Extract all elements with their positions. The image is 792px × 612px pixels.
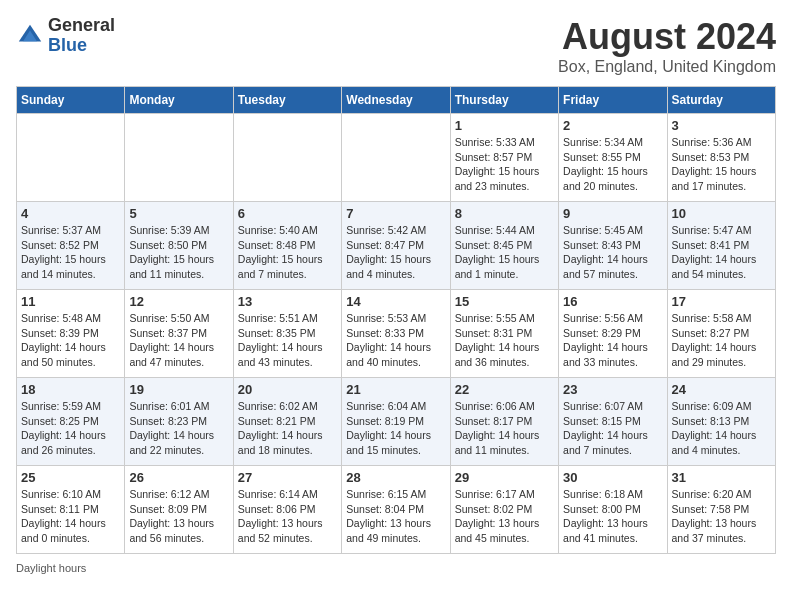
day-number: 27 bbox=[238, 470, 337, 485]
logo-icon bbox=[16, 22, 44, 50]
day-number: 23 bbox=[563, 382, 662, 397]
day-info: Sunrise: 5:34 AMSunset: 8:55 PMDaylight:… bbox=[563, 135, 662, 194]
week-row-3: 11Sunrise: 5:48 AMSunset: 8:39 PMDayligh… bbox=[17, 290, 776, 378]
calendar-cell: 19Sunrise: 6:01 AMSunset: 8:23 PMDayligh… bbox=[125, 378, 233, 466]
calendar-table: SundayMondayTuesdayWednesdayThursdayFrid… bbox=[16, 86, 776, 554]
logo-general-text: General bbox=[48, 16, 115, 36]
day-info: Sunrise: 5:33 AMSunset: 8:57 PMDaylight:… bbox=[455, 135, 554, 194]
day-info: Sunrise: 5:50 AMSunset: 8:37 PMDaylight:… bbox=[129, 311, 228, 370]
day-number: 29 bbox=[455, 470, 554, 485]
day-number: 17 bbox=[672, 294, 771, 309]
calendar-cell bbox=[342, 114, 450, 202]
day-info: Sunrise: 6:10 AMSunset: 8:11 PMDaylight:… bbox=[21, 487, 120, 546]
day-number: 7 bbox=[346, 206, 445, 221]
calendar-cell: 1Sunrise: 5:33 AMSunset: 8:57 PMDaylight… bbox=[450, 114, 558, 202]
week-row-1: 1Sunrise: 5:33 AMSunset: 8:57 PMDaylight… bbox=[17, 114, 776, 202]
calendar-cell: 23Sunrise: 6:07 AMSunset: 8:15 PMDayligh… bbox=[559, 378, 667, 466]
day-number: 14 bbox=[346, 294, 445, 309]
day-number: 9 bbox=[563, 206, 662, 221]
day-number: 8 bbox=[455, 206, 554, 221]
calendar-cell: 11Sunrise: 5:48 AMSunset: 8:39 PMDayligh… bbox=[17, 290, 125, 378]
day-info: Sunrise: 5:56 AMSunset: 8:29 PMDaylight:… bbox=[563, 311, 662, 370]
calendar-cell: 20Sunrise: 6:02 AMSunset: 8:21 PMDayligh… bbox=[233, 378, 341, 466]
calendar-cell: 27Sunrise: 6:14 AMSunset: 8:06 PMDayligh… bbox=[233, 466, 341, 554]
day-number: 4 bbox=[21, 206, 120, 221]
day-info: Sunrise: 6:12 AMSunset: 8:09 PMDaylight:… bbox=[129, 487, 228, 546]
day-number: 3 bbox=[672, 118, 771, 133]
column-header-friday: Friday bbox=[559, 87, 667, 114]
day-number: 13 bbox=[238, 294, 337, 309]
day-number: 24 bbox=[672, 382, 771, 397]
day-number: 19 bbox=[129, 382, 228, 397]
day-info: Sunrise: 5:39 AMSunset: 8:50 PMDaylight:… bbox=[129, 223, 228, 282]
day-info: Sunrise: 5:55 AMSunset: 8:31 PMDaylight:… bbox=[455, 311, 554, 370]
location-title: Box, England, United Kingdom bbox=[558, 58, 776, 76]
calendar-cell: 16Sunrise: 5:56 AMSunset: 8:29 PMDayligh… bbox=[559, 290, 667, 378]
day-number: 10 bbox=[672, 206, 771, 221]
column-header-thursday: Thursday bbox=[450, 87, 558, 114]
day-number: 18 bbox=[21, 382, 120, 397]
day-info: Sunrise: 6:07 AMSunset: 8:15 PMDaylight:… bbox=[563, 399, 662, 458]
calendar-cell: 15Sunrise: 5:55 AMSunset: 8:31 PMDayligh… bbox=[450, 290, 558, 378]
calendar-cell bbox=[17, 114, 125, 202]
day-number: 12 bbox=[129, 294, 228, 309]
calendar-cell: 18Sunrise: 5:59 AMSunset: 8:25 PMDayligh… bbox=[17, 378, 125, 466]
day-info: Sunrise: 6:14 AMSunset: 8:06 PMDaylight:… bbox=[238, 487, 337, 546]
day-info: Sunrise: 6:17 AMSunset: 8:02 PMDaylight:… bbox=[455, 487, 554, 546]
week-row-5: 25Sunrise: 6:10 AMSunset: 8:11 PMDayligh… bbox=[17, 466, 776, 554]
header-row: SundayMondayTuesdayWednesdayThursdayFrid… bbox=[17, 87, 776, 114]
calendar-cell: 29Sunrise: 6:17 AMSunset: 8:02 PMDayligh… bbox=[450, 466, 558, 554]
day-number: 31 bbox=[672, 470, 771, 485]
day-info: Sunrise: 5:42 AMSunset: 8:47 PMDaylight:… bbox=[346, 223, 445, 282]
footer-note: Daylight hours bbox=[16, 562, 776, 574]
day-info: Sunrise: 5:51 AMSunset: 8:35 PMDaylight:… bbox=[238, 311, 337, 370]
day-number: 11 bbox=[21, 294, 120, 309]
day-number: 26 bbox=[129, 470, 228, 485]
day-info: Sunrise: 5:48 AMSunset: 8:39 PMDaylight:… bbox=[21, 311, 120, 370]
calendar-cell: 21Sunrise: 6:04 AMSunset: 8:19 PMDayligh… bbox=[342, 378, 450, 466]
day-info: Sunrise: 5:53 AMSunset: 8:33 PMDaylight:… bbox=[346, 311, 445, 370]
calendar-cell: 24Sunrise: 6:09 AMSunset: 8:13 PMDayligh… bbox=[667, 378, 775, 466]
calendar-cell bbox=[233, 114, 341, 202]
day-number: 30 bbox=[563, 470, 662, 485]
day-number: 20 bbox=[238, 382, 337, 397]
day-info: Sunrise: 6:15 AMSunset: 8:04 PMDaylight:… bbox=[346, 487, 445, 546]
day-info: Sunrise: 6:02 AMSunset: 8:21 PMDaylight:… bbox=[238, 399, 337, 458]
calendar-cell: 8Sunrise: 5:44 AMSunset: 8:45 PMDaylight… bbox=[450, 202, 558, 290]
day-info: Sunrise: 5:47 AMSunset: 8:41 PMDaylight:… bbox=[672, 223, 771, 282]
column-header-sunday: Sunday bbox=[17, 87, 125, 114]
day-info: Sunrise: 5:44 AMSunset: 8:45 PMDaylight:… bbox=[455, 223, 554, 282]
day-info: Sunrise: 6:01 AMSunset: 8:23 PMDaylight:… bbox=[129, 399, 228, 458]
week-row-4: 18Sunrise: 5:59 AMSunset: 8:25 PMDayligh… bbox=[17, 378, 776, 466]
calendar-cell: 14Sunrise: 5:53 AMSunset: 8:33 PMDayligh… bbox=[342, 290, 450, 378]
day-number: 6 bbox=[238, 206, 337, 221]
logo-blue-text: Blue bbox=[48, 36, 115, 56]
column-header-monday: Monday bbox=[125, 87, 233, 114]
week-row-2: 4Sunrise: 5:37 AMSunset: 8:52 PMDaylight… bbox=[17, 202, 776, 290]
day-info: Sunrise: 5:45 AMSunset: 8:43 PMDaylight:… bbox=[563, 223, 662, 282]
column-header-wednesday: Wednesday bbox=[342, 87, 450, 114]
calendar-cell: 9Sunrise: 5:45 AMSunset: 8:43 PMDaylight… bbox=[559, 202, 667, 290]
calendar-cell: 2Sunrise: 5:34 AMSunset: 8:55 PMDaylight… bbox=[559, 114, 667, 202]
calendar-cell: 3Sunrise: 5:36 AMSunset: 8:53 PMDaylight… bbox=[667, 114, 775, 202]
column-header-saturday: Saturday bbox=[667, 87, 775, 114]
day-info: Sunrise: 6:18 AMSunset: 8:00 PMDaylight:… bbox=[563, 487, 662, 546]
day-info: Sunrise: 6:20 AMSunset: 7:58 PMDaylight:… bbox=[672, 487, 771, 546]
day-number: 25 bbox=[21, 470, 120, 485]
day-number: 21 bbox=[346, 382, 445, 397]
day-info: Sunrise: 6:09 AMSunset: 8:13 PMDaylight:… bbox=[672, 399, 771, 458]
day-info: Sunrise: 5:59 AMSunset: 8:25 PMDaylight:… bbox=[21, 399, 120, 458]
calendar-cell: 22Sunrise: 6:06 AMSunset: 8:17 PMDayligh… bbox=[450, 378, 558, 466]
calendar-cell: 7Sunrise: 5:42 AMSunset: 8:47 PMDaylight… bbox=[342, 202, 450, 290]
day-number: 2 bbox=[563, 118, 662, 133]
calendar-cell: 17Sunrise: 5:58 AMSunset: 8:27 PMDayligh… bbox=[667, 290, 775, 378]
day-number: 15 bbox=[455, 294, 554, 309]
calendar-cell bbox=[125, 114, 233, 202]
day-info: Sunrise: 5:40 AMSunset: 8:48 PMDaylight:… bbox=[238, 223, 337, 282]
calendar-cell: 28Sunrise: 6:15 AMSunset: 8:04 PMDayligh… bbox=[342, 466, 450, 554]
day-info: Sunrise: 6:04 AMSunset: 8:19 PMDaylight:… bbox=[346, 399, 445, 458]
month-title: August 2024 bbox=[558, 16, 776, 58]
day-info: Sunrise: 5:58 AMSunset: 8:27 PMDaylight:… bbox=[672, 311, 771, 370]
day-number: 28 bbox=[346, 470, 445, 485]
column-header-tuesday: Tuesday bbox=[233, 87, 341, 114]
